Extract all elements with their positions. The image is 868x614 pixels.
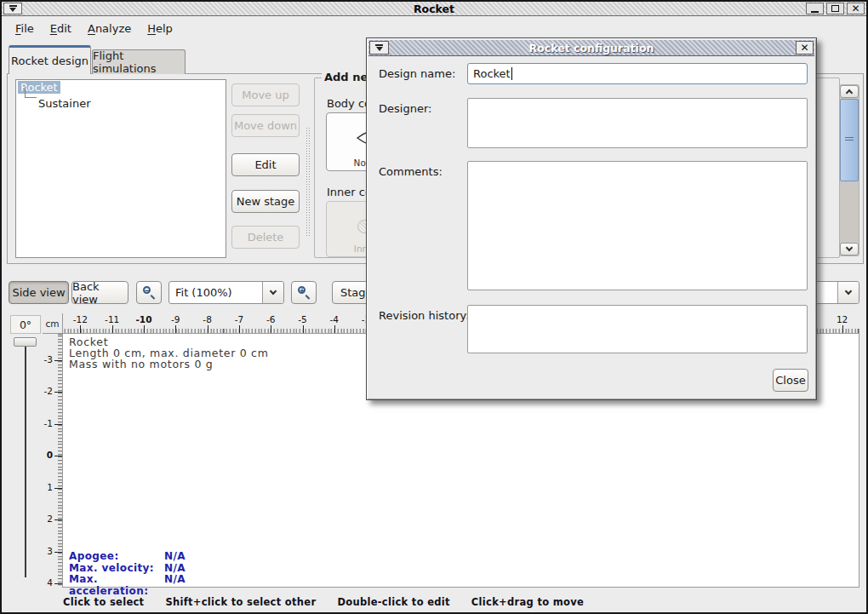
tab-rocket-design[interactable]: Rocket design	[9, 45, 91, 74]
close-icon: ✕	[800, 42, 808, 54]
design-name-label: Design name:	[379, 67, 455, 80]
component-scrollbar[interactable]	[839, 84, 859, 256]
designer-label: Designer:	[379, 102, 431, 115]
zoom-out-icon: −	[143, 286, 156, 299]
back-view-button[interactable]: Back view	[71, 281, 128, 304]
scrollbar-thumb[interactable]	[840, 99, 859, 181]
window-title: Rocket	[2, 3, 866, 15]
v-ruler-minor-ticks	[58, 334, 62, 588]
chevron-down-icon	[845, 288, 852, 295]
comments-label: Comments:	[379, 165, 443, 178]
flight-label: Apogee:	[69, 551, 164, 563]
status-hint: Double-click to edit	[337, 596, 449, 608]
zoom-in-icon: +	[298, 286, 311, 299]
flight-row: Max. velocity: N/A	[69, 563, 186, 575]
menu-help[interactable]: Help	[144, 20, 176, 37]
new-stage-button[interactable]: New stage	[231, 190, 300, 213]
menu-file[interactable]: File	[12, 20, 37, 37]
status-hint: Click+drag to move	[471, 596, 584, 608]
scroll-up-button[interactable]	[840, 85, 859, 98]
statusbar: Click to select Shift+click to select ot…	[2, 591, 866, 612]
status-hint: Shift+click to select other	[165, 596, 316, 608]
component-tree[interactable]: Rocket Sustainer	[15, 79, 226, 258]
dialog-title: Rocket configuration	[368, 42, 814, 55]
zoom-combo-dropdown[interactable]	[262, 282, 283, 303]
panel-splitter-handle[interactable]	[306, 127, 311, 238]
flight-data-block: Apogee: N/A Max. velocity: N/A Max. acce…	[69, 551, 186, 597]
menu-analyze[interactable]: Analyze	[84, 20, 134, 37]
zoom-combo[interactable]: Fit (100%)	[168, 281, 284, 304]
zoom-combo-value: Fit (100%)	[169, 282, 262, 303]
tree-connector	[25, 87, 37, 98]
mach-label: M=0.30	[815, 372, 868, 384]
stability-line: ity: N/A	[815, 337, 868, 349]
minimize-icon	[811, 11, 819, 13]
close-button[interactable]: ✕	[847, 3, 865, 14]
cg-line: CG: N/A	[815, 349, 868, 361]
text-caret	[511, 67, 512, 80]
rotation-value: 0°	[10, 315, 41, 334]
design-name-input[interactable]: Rocket	[467, 63, 808, 84]
flight-value: N/A	[164, 551, 186, 563]
rotation-slider-handle[interactable]	[14, 337, 37, 347]
delete-button[interactable]: Delete	[231, 226, 300, 249]
flight-label: Max. velocity:	[69, 563, 164, 575]
zoom-in-button[interactable]: +	[291, 281, 317, 304]
ruler-unit-label: cm	[43, 313, 63, 334]
comments-textarea[interactable]	[467, 161, 808, 290]
cp-line: CP: N/A	[815, 360, 868, 372]
revision-history-textarea[interactable]	[467, 305, 808, 353]
designer-textarea[interactable]	[467, 98, 808, 148]
maximize-icon	[831, 5, 839, 12]
main-window: Rocket ✕ File Edit Analyze Help Rocket d…	[0, 0, 868, 614]
status-hint: Click to select	[63, 596, 144, 608]
inner-component-label: Inner co	[327, 186, 372, 198]
move-down-button[interactable]: Move down	[231, 114, 300, 137]
side-view-button[interactable]: Side view	[9, 281, 69, 304]
rocket-info-line: Mass with no motors 0 g	[69, 359, 269, 370]
rocket-info-text: Rocket Length 0 cm, max. diameter 0 cm M…	[69, 336, 269, 370]
tab-flight-simulations[interactable]: Flight simulations	[92, 49, 186, 74]
minimize-button[interactable]	[806, 3, 824, 14]
rotation-slider-track[interactable]	[25, 342, 26, 577]
flight-row: Apogee: N/A	[69, 551, 186, 563]
close-icon: ✕	[851, 4, 859, 13]
flight-config-dropdown[interactable]	[837, 282, 859, 303]
design-name-value: Rocket	[473, 67, 511, 80]
body-components-label: Body co	[327, 97, 371, 110]
flight-value: N/A	[164, 563, 186, 575]
dialog-close-button[interactable]: ✕	[796, 41, 814, 55]
menubar: File Edit Analyze Help	[3, 17, 865, 39]
chevron-down-icon	[270, 288, 277, 295]
rocket-configuration-dialog: Rocket configuration ✕ Design name: Rock…	[366, 37, 817, 400]
zoom-out-button[interactable]: −	[136, 281, 162, 304]
chevron-up-icon	[846, 89, 853, 96]
dialog-close-action-button[interactable]: Close	[773, 369, 808, 392]
chevron-down-icon	[846, 244, 853, 251]
v-ruler: -3-2-101234	[43, 334, 63, 588]
main-titlebar: Rocket ✕	[2, 2, 866, 16]
dialog-titlebar[interactable]: Rocket configuration ✕	[368, 40, 814, 56]
tree-item-sustainer[interactable]: Sustainer	[38, 97, 91, 110]
thumb-grip	[845, 137, 854, 141]
move-up-button[interactable]: Move up	[231, 83, 300, 106]
stability-info-block: ity: N/A CG: N/A CP: N/A M=0.30	[815, 337, 868, 383]
revision-history-label: Revision history:	[379, 309, 470, 322]
maximize-button[interactable]	[826, 3, 844, 14]
edit-button[interactable]: Edit	[231, 153, 300, 176]
scroll-down-button[interactable]	[840, 243, 859, 255]
menu-edit[interactable]: Edit	[47, 20, 75, 37]
